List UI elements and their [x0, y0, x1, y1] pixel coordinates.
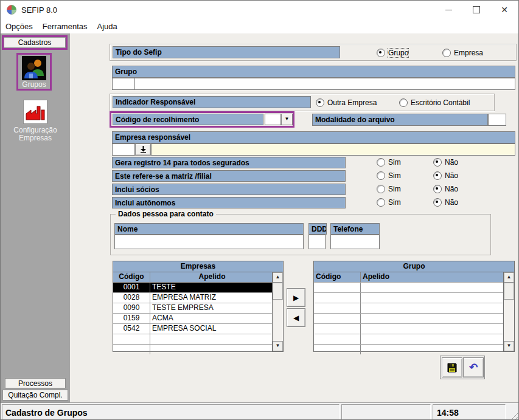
radio-escritorio-label: Escritório Contábil	[411, 98, 470, 107]
codigo-recolhimento-highlight: Código de recolhimento ▼	[110, 111, 294, 128]
empresa-responsavel-code-input[interactable]	[112, 143, 135, 156]
cell-codigo: 0001	[113, 283, 150, 292]
table-row-empty[interactable]	[314, 293, 503, 303]
yn-row-4-label: Inclui autônomos	[112, 197, 346, 208]
table-row-empty[interactable]	[314, 283, 503, 293]
radio-outra-empresa[interactable]: Outra Empresa	[316, 98, 377, 107]
yn-row-1-nao[interactable]: Não	[433, 158, 458, 167]
minimize-button[interactable]	[434, 1, 462, 19]
processos-label: Processos	[18, 379, 52, 388]
sidebar-tab-quitacao[interactable]: Quitação Compl.	[2, 390, 68, 401]
sidebar-item-grupos[interactable]: Grupos	[16, 53, 52, 91]
yn-row-2-sim-label: Sim	[388, 171, 401, 180]
codigo-recolhimento-combo[interactable]: ▼	[265, 114, 293, 125]
table-row-empty[interactable]	[113, 334, 272, 345]
table-row-empty[interactable]	[314, 345, 503, 354]
empresas-table: Empresas Código Apelido 0001 TESTE 0028 …	[113, 261, 284, 352]
scroll-up-icon[interactable]: ▲	[273, 272, 283, 283]
modalidade-input[interactable]	[488, 114, 506, 126]
ddd-label: DDD	[308, 223, 327, 235]
grupo-code-input[interactable]	[112, 78, 135, 90]
table-row[interactable]: 0001 TESTE	[113, 283, 272, 293]
yn-row-4-sim-circle	[377, 198, 385, 207]
app-icon	[7, 5, 16, 15]
table-row-empty[interactable]	[314, 314, 503, 324]
status-caption-panel: Cadastro de Grupos	[2, 404, 340, 420]
scroll-up-icon[interactable]: ▲	[504, 272, 514, 283]
menu-ferramentas[interactable]: Ferramentas	[38, 20, 92, 33]
indicador-label: Indicador Responsável	[113, 96, 311, 108]
yn-row-2-nao-circle	[433, 171, 442, 180]
empresa-responsavel-label: Empresa responsável	[112, 131, 515, 143]
resize-grip-icon[interactable]	[509, 412, 518, 420]
table-row[interactable]: 0090 TESTE EMPRESA	[113, 303, 272, 314]
yn-row-3-nao-label: Não	[445, 185, 458, 193]
grupo-label: Grupo	[112, 66, 515, 78]
nome-label: Nome	[114, 223, 304, 235]
move-left-button[interactable]: ◀	[287, 308, 305, 327]
cell-codigo: 0542	[113, 324, 150, 334]
table-row[interactable]: 0159 ACMA	[113, 314, 272, 324]
title-bar: SEFIP 8.0 ✕	[1, 1, 518, 19]
tipo-sefip-label: Tipo do Sefip	[113, 46, 340, 58]
contato-groupbox: Dados pessoa para contato Nome DDD Telef…	[110, 214, 491, 255]
menu-opcoes[interactable]: Opções	[1, 20, 38, 33]
maximize-button[interactable]	[462, 1, 490, 19]
radio-tipo-empresa-label: Empresa	[454, 49, 483, 57]
sidebar-item-config-empresas[interactable]: Configuração Empresas	[1, 100, 70, 148]
yn-row-4-nao[interactable]: Não	[433, 198, 458, 207]
ddd-input[interactable]	[308, 235, 326, 249]
nome-input[interactable]	[114, 235, 304, 249]
telefone-label: Telefone	[330, 223, 380, 235]
factory-icon	[23, 100, 47, 124]
minimize-icon	[445, 10, 452, 10]
table-row-empty[interactable]	[314, 303, 503, 314]
move-right-button[interactable]: ▶	[287, 288, 305, 307]
undo-button[interactable]: ↶	[463, 357, 484, 377]
radio-tipo-grupo-circle	[377, 49, 385, 57]
yn-row-4-sim[interactable]: Sim	[377, 198, 401, 207]
scrollbar-thumb[interactable]	[504, 283, 514, 300]
scroll-down-icon[interactable]: ▼	[273, 341, 283, 351]
table-row[interactable]: 0028 EMPRESA MATRIZ	[113, 293, 272, 303]
contato-legend: Dados pessoa para contato	[116, 210, 216, 218]
window-title: SEFIP 8.0	[21, 5, 57, 15]
radio-tipo-empresa[interactable]: Empresa	[442, 49, 483, 57]
empresa-responsavel-name-field[interactable]	[151, 143, 515, 156]
grupo-col-apelido: Apelido	[361, 272, 503, 282]
table-row-empty[interactable]	[314, 334, 503, 345]
yn-row-3-sim-circle	[377, 185, 385, 193]
arrow-right-icon: ▶	[293, 294, 299, 302]
table-row[interactable]: 0542 EMPRESA SOCIAL	[113, 324, 272, 334]
empresa-responsavel-lookup-button[interactable]	[135, 143, 151, 156]
radio-tipo-grupo[interactable]: Grupo	[377, 49, 408, 57]
empresas-scrollbar[interactable]: ▲ ▼	[272, 272, 283, 351]
chevron-down-icon[interactable]: ▼	[281, 114, 293, 125]
scroll-down-icon[interactable]: ▼	[504, 341, 514, 351]
table-row-empty[interactable]	[113, 345, 272, 354]
yn-row-3-nao[interactable]: Não	[433, 185, 458, 193]
window-controls: ✕	[434, 1, 518, 19]
status-time: 14:58	[433, 408, 459, 418]
yn-row-2-sim[interactable]: Sim	[377, 171, 401, 180]
radio-escritorio[interactable]: Escritório Contábil	[399, 98, 470, 107]
maximize-icon	[473, 6, 480, 13]
yn-row-1-sim-circle	[377, 158, 385, 167]
save-button[interactable]	[442, 357, 462, 377]
scrollbar-thumb[interactable]	[273, 283, 283, 300]
codigo-recolhimento-value[interactable]	[265, 114, 281, 125]
close-button[interactable]: ✕	[490, 1, 518, 19]
yn-row-3-sim[interactable]: Sim	[377, 185, 401, 193]
table-row-empty[interactable]	[314, 324, 503, 334]
sidebar-tab-processos[interactable]: Processos	[5, 378, 66, 388]
yn-row-1-sim[interactable]: Sim	[377, 158, 401, 167]
grupo-scrollbar[interactable]: ▲ ▼	[503, 272, 514, 351]
scrollbar-track[interactable]	[273, 300, 283, 341]
menu-ajuda[interactable]: Ajuda	[92, 20, 122, 33]
telefone-input[interactable]	[330, 235, 380, 249]
grupo-name-input[interactable]	[134, 78, 515, 90]
yn-row-2-nao[interactable]: Não	[433, 171, 458, 180]
yn-row-2-label: Este refere-se a matriz /filial	[112, 170, 346, 182]
sidebar-tab-cadastros[interactable]: Cadastros	[4, 37, 66, 48]
scrollbar-track[interactable]	[504, 300, 514, 341]
